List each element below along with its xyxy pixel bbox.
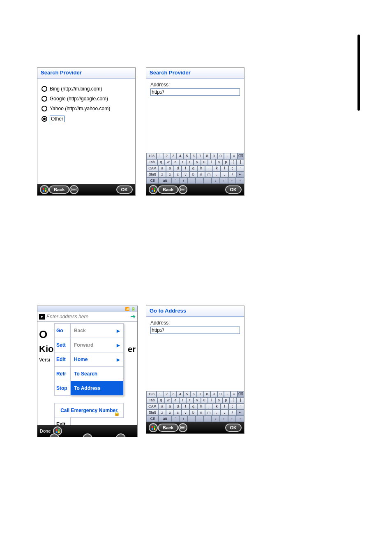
on-screen-keyboard-2[interactable]: 1231234567890-=⌫Tabqwertyuiop[]CAPasdfgh…	[146, 153, 244, 184]
submenu-to-address[interactable]: To Address	[70, 381, 124, 396]
key-n[interactable]: n	[197, 171, 205, 178]
key-1[interactable]: 1	[157, 153, 163, 159]
key-f[interactable]: f	[182, 403, 189, 410]
key-/[interactable]: /	[228, 410, 236, 416]
key-l[interactable]: l	[221, 165, 228, 171]
key-y[interactable]: y	[194, 159, 201, 165]
key-s[interactable]: s	[166, 403, 174, 410]
key-o[interactable]: o	[215, 397, 223, 403]
key-k[interactable]: k	[213, 165, 221, 171]
key-7[interactable]: 7	[197, 391, 203, 397]
key-j[interactable]: j	[205, 165, 213, 171]
key-⌫[interactable]: ⌫	[238, 391, 244, 397]
submenu-back[interactable]: Back▶	[70, 323, 124, 338]
key-c[interactable]: c	[174, 171, 182, 178]
key-2[interactable]: 2	[163, 391, 170, 397]
back-button[interactable]: Back	[49, 185, 69, 194]
key-v[interactable]: v	[182, 410, 189, 416]
key-←[interactable]: ←	[228, 178, 236, 184]
key-b[interactable]: b	[189, 410, 197, 416]
key-t[interactable]: t	[186, 397, 194, 403]
key-p[interactable]: p	[222, 397, 230, 403]
key-/[interactable]: /	[228, 171, 236, 178]
key-[[interactable]: [	[230, 397, 237, 403]
key-s[interactable]: s	[166, 165, 174, 171]
key-d[interactable]: d	[174, 403, 182, 410]
key-.[interactable]: .	[221, 171, 228, 178]
key-m[interactable]: m	[205, 171, 213, 178]
key--[interactable]: -	[224, 391, 231, 397]
key-↓[interactable]: ↓	[212, 416, 220, 422]
key-8[interactable]: 8	[204, 153, 210, 159]
key-4[interactable]: 4	[177, 153, 183, 159]
back-button[interactable]: Back	[158, 185, 178, 194]
key-h[interactable]: h	[197, 165, 205, 171]
key-c[interactable]: c	[174, 410, 182, 416]
key-→[interactable]: →	[236, 416, 244, 422]
keyboard-toggle[interactable]	[69, 185, 78, 194]
key-a[interactable]: a	[158, 165, 166, 171]
key-↵[interactable]: ↵	[236, 410, 244, 416]
key-7[interactable]: 7	[197, 153, 203, 159]
key-5[interactable]: 5	[184, 391, 190, 397]
key-x[interactable]: x	[166, 171, 174, 178]
back-button[interactable]: Back	[158, 424, 178, 432]
key-z[interactable]: z	[158, 410, 166, 416]
radio-yahoo[interactable]: Yahoo (http://m.yahoo.com)	[42, 106, 131, 111]
key-][interactable]: ]	[237, 397, 244, 403]
key-`[interactable]: `	[171, 416, 180, 422]
ok-button[interactable]: OK	[116, 185, 133, 194]
key-123[interactable]: 123	[146, 153, 157, 159]
key-9[interactable]: 9	[210, 391, 217, 397]
key-0[interactable]: 0	[217, 391, 224, 397]
key-CAP[interactable]: CAP	[146, 165, 158, 171]
key-][interactable]: ]	[237, 159, 244, 165]
key-↓[interactable]: ↓	[212, 178, 220, 184]
key-\[interactable]: \	[179, 416, 187, 422]
key-w[interactable]: w	[165, 397, 172, 403]
key-123[interactable]: 123	[146, 391, 157, 397]
key-'[interactable]: '	[236, 403, 244, 410]
key-r[interactable]: r	[179, 159, 187, 165]
key-↑[interactable]: ↑	[220, 416, 228, 422]
key-i[interactable]: i	[208, 397, 215, 403]
key-Shift[interactable]: Shift	[146, 171, 158, 178]
key-,[interactable]: ,	[213, 410, 221, 416]
key-,[interactable]: ,	[213, 171, 221, 178]
key-Ctl[interactable]: Ctl	[146, 416, 159, 422]
submenu-to-search[interactable]: To Search	[70, 366, 124, 381]
key-CAP[interactable]: CAP	[146, 403, 158, 410]
start-button[interactable]	[149, 185, 158, 194]
start-button[interactable]	[149, 423, 158, 432]
key-q[interactable]: q	[157, 159, 165, 165]
key-n[interactable]: n	[197, 410, 205, 416]
key-k[interactable]: k	[213, 403, 221, 410]
key-space[interactable]	[203, 178, 212, 184]
key-l[interactable]: l	[221, 403, 228, 410]
key-4[interactable]: 4	[177, 391, 183, 397]
key-9[interactable]: 9	[210, 153, 217, 159]
go-icon[interactable]: ➔	[130, 313, 136, 320]
key-e[interactable]: e	[172, 397, 179, 403]
radio-other[interactable]: Other	[42, 116, 131, 122]
key-j[interactable]: j	[205, 403, 213, 410]
key-áü[interactable]: áü	[159, 178, 171, 184]
key-Ctl[interactable]: Ctl	[146, 178, 159, 184]
ok-button[interactable]: OK	[225, 185, 242, 194]
key-e[interactable]: e	[172, 159, 179, 165]
key-áü[interactable]: áü	[159, 416, 171, 422]
key-Tab[interactable]: Tab	[146, 397, 157, 403]
key-1[interactable]: 1	[157, 391, 163, 397]
key-2[interactable]: 2	[163, 153, 170, 159]
keyboard-toggle[interactable]	[178, 423, 187, 432]
key-a[interactable]: a	[158, 403, 166, 410]
key-m[interactable]: m	[205, 410, 213, 416]
key-p[interactable]: p	[222, 159, 230, 165]
key-0[interactable]: 0	[217, 153, 224, 159]
submenu-home[interactable]: Home▶	[70, 352, 124, 366]
menu-refresh[interactable]: Refr	[54, 366, 71, 381]
key-→[interactable]: →	[236, 178, 244, 184]
key-space[interactable]	[203, 416, 212, 422]
key-i[interactable]: i	[208, 159, 215, 165]
key-y[interactable]: y	[194, 397, 201, 403]
